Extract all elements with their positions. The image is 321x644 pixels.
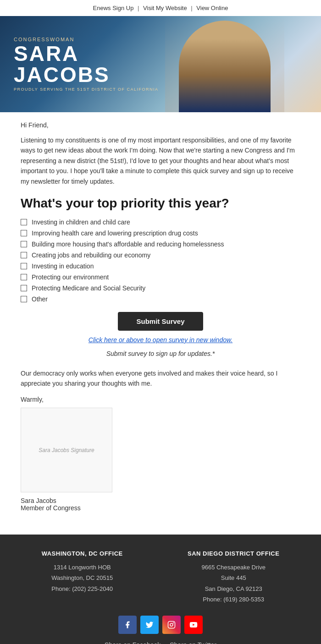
header-banner: CONGRESSWOMAN SARA JACOBS PROUDLY SERVIN… bbox=[0, 16, 321, 112]
share-twitter-link[interactable]: Share on Twitter bbox=[170, 641, 216, 644]
signature-block: Sara Jacobs Signature bbox=[21, 408, 300, 492]
option-3-label: Building more housing that's affordable … bbox=[32, 240, 224, 248]
warmly-text: Warmly, bbox=[21, 396, 300, 403]
share-links-row: Share on Facebook Share on Twitter bbox=[9, 641, 312, 644]
svg-rect-0 bbox=[168, 622, 175, 628]
sd-office: SAN DIEGO DISTRICT OFFICE 9665 Chesapeak… bbox=[188, 548, 279, 605]
checkbox-4[interactable] bbox=[21, 252, 27, 258]
portrait-silhouette bbox=[179, 21, 271, 112]
separator-1: | bbox=[138, 5, 139, 11]
signature-image: Sara Jacobs Signature bbox=[21, 408, 112, 492]
survey-link-area: Click here or above to open survey in ne… bbox=[21, 336, 300, 344]
list-item[interactable]: Protecting our environment bbox=[21, 273, 300, 281]
svg-point-1 bbox=[170, 623, 173, 626]
submit-button[interactable]: Submit Survey bbox=[118, 312, 203, 331]
dc-line1: 1314 Longworth HOB bbox=[42, 562, 123, 573]
top-navigation: Enews Sign Up | Visit My Website | View … bbox=[0, 0, 321, 16]
option-6-label: Protecting our environment bbox=[32, 273, 109, 281]
district-label: PROUDLY SERVING THE 51ST DISTRICT OF CAL… bbox=[14, 87, 159, 92]
list-item[interactable]: Other bbox=[21, 295, 300, 303]
facebook-icon[interactable] bbox=[118, 616, 137, 634]
sd-office-title: SAN DIEGO DISTRICT OFFICE bbox=[188, 548, 279, 559]
dc-line2: Washington, DC 20515 bbox=[42, 573, 123, 583]
name-jacobs: JACOBS bbox=[14, 64, 159, 85]
option-7-label: Protecting Medicare and Social Security bbox=[32, 284, 145, 292]
option-2-label: Improving health care and lowering presc… bbox=[32, 229, 198, 237]
portrait-area bbox=[165, 16, 284, 112]
dc-office-title: WASHINGTON, DC OFFICE bbox=[42, 548, 123, 559]
view-online-link[interactable]: View Online bbox=[196, 5, 228, 11]
option-5-label: Investing in education bbox=[32, 262, 94, 270]
social-icons-row bbox=[9, 616, 312, 634]
signer-info: Sara Jacobs Member of Congress bbox=[21, 497, 300, 512]
instagram-icon[interactable] bbox=[162, 616, 181, 634]
closing-text: Our democracy only works when everyone g… bbox=[21, 368, 300, 389]
survey-heading: What's your top priority this year? bbox=[21, 196, 300, 211]
main-content: Hi Friend, Listening to my constituents … bbox=[0, 112, 321, 521]
survey-note: Submit survey to sign up for updates.* bbox=[21, 350, 300, 357]
sd-line1: 9665 Chesapeake Drive bbox=[188, 562, 279, 573]
checkbox-3[interactable] bbox=[21, 241, 27, 247]
list-item[interactable]: Investing in children and child care bbox=[21, 218, 300, 226]
checkbox-8[interactable] bbox=[21, 296, 27, 302]
svg-point-2 bbox=[173, 622, 174, 623]
list-item[interactable]: Creating jobs and rebuilding our economy bbox=[21, 251, 300, 259]
enews-link[interactable]: Enews Sign Up bbox=[93, 5, 134, 11]
greeting-text: Hi Friend, bbox=[21, 121, 300, 129]
separator-2: | bbox=[191, 5, 192, 11]
checkbox-5[interactable] bbox=[21, 263, 27, 269]
website-link[interactable]: Visit My Website bbox=[143, 5, 187, 11]
footer: WASHINGTON, DC OFFICE 1314 Longworth HOB… bbox=[0, 535, 321, 644]
sd-line3: San Diego, CA 92123 bbox=[188, 584, 279, 594]
offices-row: WASHINGTON, DC OFFICE 1314 Longworth HOB… bbox=[9, 548, 312, 605]
dc-line3: Phone: (202) 225-2040 bbox=[42, 584, 123, 594]
list-item[interactable]: Improving health care and lowering presc… bbox=[21, 229, 300, 237]
youtube-icon[interactable] bbox=[184, 616, 203, 634]
checkbox-7[interactable] bbox=[21, 285, 27, 291]
header-text: CONGRESSWOMAN SARA JACOBS PROUDLY SERVIN… bbox=[14, 37, 159, 92]
option-4-label: Creating jobs and rebuilding our economy bbox=[32, 251, 150, 259]
option-8-label: Other bbox=[32, 295, 48, 303]
twitter-icon[interactable] bbox=[140, 616, 159, 634]
option-1-label: Investing in children and child care bbox=[32, 218, 130, 226]
list-item[interactable]: Building more housing that's affordable … bbox=[21, 240, 300, 248]
checkbox-list: Investing in children and child care Imp… bbox=[21, 218, 300, 303]
sd-line2: Suite 445 bbox=[188, 573, 279, 583]
intro-text: Listening to my constituents is one of m… bbox=[21, 135, 300, 186]
survey-new-window-link[interactable]: Click here or above to open survey in ne… bbox=[89, 336, 232, 344]
list-item[interactable]: Investing in education bbox=[21, 262, 300, 270]
name-sara: SARA bbox=[14, 43, 159, 64]
checkbox-1[interactable] bbox=[21, 219, 27, 225]
checkbox-2[interactable] bbox=[21, 230, 27, 236]
signer-name: Sara Jacobs bbox=[21, 497, 300, 504]
checkbox-6[interactable] bbox=[21, 274, 27, 280]
dc-office: WASHINGTON, DC OFFICE 1314 Longworth HOB… bbox=[42, 548, 123, 605]
list-item[interactable]: Protecting Medicare and Social Security bbox=[21, 284, 300, 292]
signer-title: Member of Congress bbox=[21, 504, 300, 512]
sd-line4: Phone: (619) 280-5353 bbox=[188, 594, 279, 605]
share-facebook-link[interactable]: Share on Facebook bbox=[105, 641, 160, 644]
submit-area: Submit Survey bbox=[21, 312, 300, 331]
